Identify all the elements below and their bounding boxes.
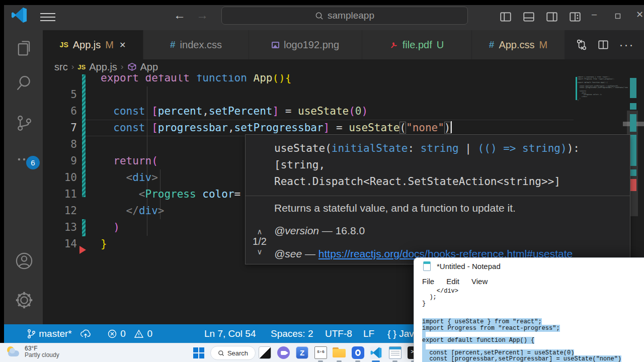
- weather-temp: 63°F: [25, 345, 59, 352]
- publish-item[interactable]: [79, 324, 92, 343]
- hover-description: Returns a stateful value, and a function…: [274, 202, 623, 214]
- status-item[interactable]: Spaces: 2: [271, 324, 313, 343]
- status-item[interactable]: LF: [363, 324, 374, 343]
- tab-file.pdf[interactable]: file.pdfU: [362, 30, 472, 59]
- git-modified-gutter: [82, 219, 86, 236]
- explorer-icon[interactable]: [15, 39, 34, 58]
- symbol-cube-icon: [127, 62, 137, 72]
- cloud-upload-icon: [79, 328, 92, 339]
- chat-icon[interactable]: [277, 346, 290, 359]
- search-value: sampleapp: [328, 10, 374, 21]
- screen: ← → sampleapp – ✕ 6 JSApp.jsM✕#index.css…: [0, 0, 644, 362]
- source-control-icon[interactable]: [15, 114, 34, 133]
- git-modified-gutter: [82, 74, 86, 197]
- branch-item[interactable]: master*: [26, 324, 72, 343]
- notepad-line: </div>: [422, 288, 644, 294]
- close-icon[interactable]: ✕: [636, 9, 643, 20]
- breadcrumb-src[interactable]: src: [54, 61, 68, 73]
- notepad-line: export default function App() {: [422, 337, 644, 343]
- tab-App.js[interactable]: JSApp.jsM✕: [43, 30, 143, 59]
- hover-page-count: 1/2: [249, 235, 271, 248]
- browser-icon[interactable]: [352, 346, 364, 359]
- git-status-badge: M: [105, 39, 114, 51]
- search-icon: [218, 350, 224, 356]
- settings-gear-icon[interactable]: [15, 291, 34, 310]
- vscode-logo-icon: [11, 7, 27, 23]
- notepad-taskbar-icon[interactable]: [389, 346, 401, 359]
- notepad-menu-bar: FileEditView: [414, 275, 644, 288]
- chevron-down-icon[interactable]: ∨: [249, 248, 271, 255]
- toggle-panel-icon[interactable]: [522, 11, 535, 24]
- account-icon[interactable]: [15, 251, 34, 270]
- notepad-title: *Untitled - Notepad: [437, 262, 501, 270]
- hover-tooltip: useState(initialState: string | (() => s…: [245, 134, 630, 264]
- css-icon: #: [170, 39, 176, 50]
- weather-condition: Partly cloudy: [25, 352, 59, 358]
- tab-App.css[interactable]: #App.cssM: [472, 30, 565, 59]
- notepad-menu-view[interactable]: View: [471, 277, 488, 286]
- customize-layout-icon[interactable]: [569, 11, 582, 24]
- file-explorer-icon[interactable]: [333, 347, 346, 357]
- warning-icon: [133, 328, 144, 339]
- overview-ruler-mark: [630, 78, 636, 98]
- start-button[interactable]: [193, 347, 204, 358]
- debug-arrow-icon[interactable]: [79, 246, 86, 254]
- text-cursor: [451, 121, 452, 133]
- toggle-sidebar-icon[interactable]: [499, 11, 512, 24]
- zoom-icon[interactable]: Z: [296, 346, 308, 359]
- js-icon: JS: [60, 41, 68, 49]
- search-icon: [315, 12, 324, 20]
- notepad-title-bar[interactable]: *Untitled - Notepad: [414, 258, 644, 275]
- overview-ruler-mark: [630, 114, 636, 132]
- more-actions-icon[interactable]: ···: [619, 38, 634, 52]
- notepad-text-area[interactable]: </div> );}import { useState } from "reac…: [414, 288, 644, 362]
- tab-index.css[interactable]: #index.css: [143, 30, 249, 59]
- notepad-line: import { useState } from "react";: [422, 319, 644, 325]
- title-bar: ← → sampleapp – ✕: [4, 5, 644, 30]
- open-changes-icon[interactable]: [576, 39, 588, 51]
- minimize-icon[interactable]: –: [592, 9, 597, 20]
- vscode-taskbar-icon[interactable]: [370, 346, 382, 359]
- tab-logo192.png[interactable]: logo192.png: [249, 30, 362, 59]
- breadcrumb-symbol[interactable]: App: [140, 61, 158, 73]
- errors-warnings-item[interactable]: 0 0: [107, 324, 152, 343]
- app-icon-bw[interactable]: [259, 346, 271, 359]
- css-icon: #: [489, 39, 495, 50]
- restore-icon[interactable]: [615, 11, 621, 22]
- back-icon[interactable]: ←: [174, 8, 186, 22]
- notepad-line: );: [422, 294, 644, 300]
- screentogif-icon[interactable]: S›G: [314, 346, 327, 359]
- git-branch-icon: [26, 328, 36, 339]
- notepad-menu-edit[interactable]: Edit: [446, 277, 459, 286]
- split-editor-icon[interactable]: [597, 39, 609, 51]
- search-box[interactable]: sampleapp: [221, 7, 468, 25]
- notepad-menu-file[interactable]: File: [422, 277, 434, 286]
- weather-icon: [6, 345, 21, 360]
- overview-ruler-mark: [630, 135, 636, 166]
- breadcrumb[interactable]: src› JS App.js› App: [43, 59, 564, 74]
- chevron-up-icon[interactable]: ∧: [249, 228, 271, 235]
- search-sidebar-icon[interactable]: [15, 73, 34, 93]
- weather-widget[interactable]: 63°F Partly cloudy: [6, 345, 59, 360]
- pdf-icon: [390, 41, 398, 49]
- status-item[interactable]: UTF-8: [325, 324, 352, 343]
- overview-ruler-mark: [630, 169, 636, 176]
- forward-icon[interactable]: →: [196, 8, 208, 22]
- tab-strip: JSApp.jsM✕#index.csslogo192.pngfile.pdfU…: [43, 30, 565, 59]
- minimap-code: import { useState } from "react"; import…: [578, 76, 628, 102]
- minimap-modified-bar: [576, 77, 577, 100]
- notepad-line: [422, 307, 644, 313]
- taskbar-search[interactable]: Search: [210, 346, 256, 360]
- menu-icon[interactable]: [40, 11, 55, 22]
- toggle-secondary-sidebar-icon[interactable]: [545, 11, 558, 24]
- code-line-6[interactable]: 6 const [percent,setPercent] = useState(…: [43, 103, 644, 120]
- status-item[interactable]: Ln 7, Col 54: [204, 324, 256, 343]
- notepad-line: const [progressbar,setProgressbar] = use…: [422, 356, 644, 362]
- minimap[interactable]: import { useState } from "react"; import…: [578, 76, 628, 103]
- notepad-line: }: [422, 301, 644, 307]
- tab-bar: JSApp.jsM✕#index.csslogo192.pngfile.pdfU…: [43, 30, 644, 59]
- code-line-5[interactable]: 5: [43, 86, 644, 103]
- close-tab-icon[interactable]: ✕: [119, 40, 126, 50]
- breadcrumb-file[interactable]: App.js: [89, 61, 117, 73]
- hover-signature: useState(initialState: string | (() => s…: [246, 135, 630, 196]
